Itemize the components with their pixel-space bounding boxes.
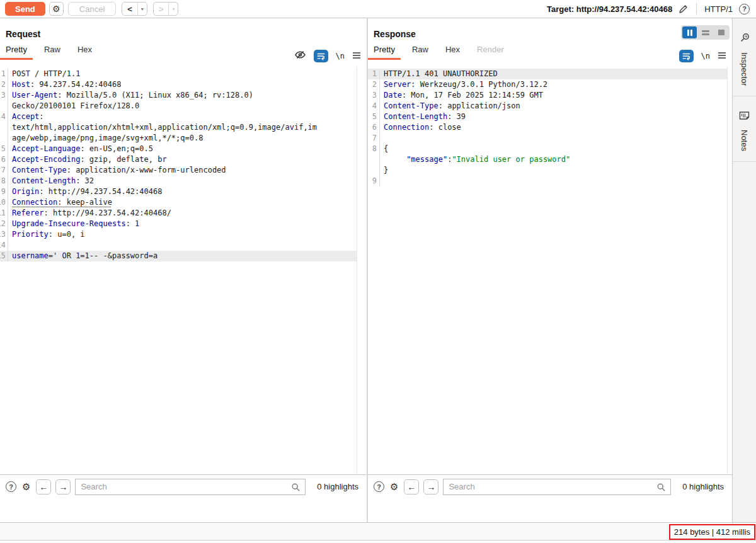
tab-render[interactable]: Render — [471, 43, 510, 60]
code-line[interactable]: 15username=' OR 1=1-- -&password=a — [0, 251, 357, 261]
sidebar-label-notes: Notes — [740, 130, 749, 151]
tab-pretty[interactable]: Pretty — [0, 43, 33, 60]
code-line[interactable]: 9Origin: http://94.237.54.42:40468 — [0, 186, 357, 197]
layout-rows-button[interactable] — [698, 26, 713, 38]
line-number: 3 — [0, 90, 8, 101]
request-header-icons: \n — [294, 50, 361, 62]
word-wrap-icon[interactable] — [679, 50, 694, 62]
request-editor[interactable]: 1POST / HTTP/1.12Host: 94.237.54.42:4046… — [0, 67, 357, 474]
code-text: POST / HTTP/1.1 — [8, 69, 357, 79]
back-dropdown-caret-icon[interactable]: ▾ — [138, 3, 147, 15]
search-prev-arrow-button[interactable]: ← — [36, 479, 51, 494]
code-line[interactable]: age/webp,image/png,image/svg+xml,*/*;q=0… — [0, 133, 357, 144]
code-line[interactable]: 6Connection: close — [368, 122, 727, 133]
code-line[interactable]: 9 — [368, 176, 727, 186]
code-text: Accept-Encoding: gzip, deflate, br — [8, 154, 357, 165]
search-magnifier-icon — [291, 483, 301, 494]
code-line[interactable]: 5Accept-Language: en-US,en;q=0.5 — [0, 144, 357, 154]
code-line[interactable]: 4Content-Type: application/json — [368, 101, 727, 111]
code-line[interactable]: 4Accept: — [0, 111, 357, 122]
code-line[interactable]: 6Accept-Encoding: gzip, deflate, br — [0, 154, 357, 165]
send-button[interactable]: Send — [5, 2, 45, 16]
search-help-icon[interactable]: ? — [6, 481, 16, 492]
tab-pretty[interactable]: Pretty — [368, 43, 401, 60]
edit-target-pencil-icon[interactable] — [678, 4, 689, 14]
tab-raw[interactable]: Raw — [38, 43, 66, 60]
code-text: User-Agent: Mozilla/5.0 (X11; Linux x86_… — [8, 90, 357, 101]
response-highlights-count: 0 highlights — [682, 482, 724, 491]
layout-single-button[interactable] — [714, 26, 728, 38]
code-text — [380, 133, 727, 144]
hide-irrelevant-eye-slash-icon[interactable] — [294, 50, 306, 62]
code-line[interactable]: 3User-Agent: Mozilla/5.0 (X11; Linux x86… — [0, 90, 357, 101]
line-number: 9 — [368, 176, 380, 186]
code-text: HTTP/1.1 401 UNAUTHORIZED — [380, 69, 727, 79]
code-text: Content-Length: 39 — [380, 111, 727, 122]
code-line[interactable]: 10Connection: keep-alive — [0, 197, 357, 208]
sidebar-tab-notes[interactable]: Notes — [733, 96, 756, 162]
response-search-input[interactable] — [444, 482, 670, 491]
code-line[interactable]: 5Content-Length: 39 — [368, 111, 727, 122]
http-version-label[interactable]: HTTP/1 — [704, 4, 733, 14]
history-back-button[interactable]: < ▾ — [122, 2, 147, 16]
code-line[interactable]: text/html,application/xhtml+xml,applicat… — [0, 122, 357, 133]
tab-hex[interactable]: Hex — [440, 43, 466, 60]
tab-raw[interactable]: Raw — [406, 43, 434, 60]
editor-menu-hamburger-icon[interactable] — [352, 50, 361, 62]
request-highlights-count: 0 highlights — [317, 482, 358, 491]
code-line[interactable]: 14 — [0, 240, 357, 251]
top-toolbar: Send ⚙ Cancel < ▾ > ▾ Target: http://94.… — [0, 0, 756, 18]
search-help-icon[interactable]: ? — [374, 481, 384, 492]
line-number: 8 — [368, 144, 380, 154]
http-version-help-icon[interactable]: ? — [739, 4, 750, 14]
line-number: 13 — [0, 229, 8, 240]
back-arrow-icon[interactable]: < — [122, 3, 137, 15]
forward-dropdown-caret-icon[interactable]: ▾ — [169, 3, 178, 15]
code-line[interactable]: 3Date: Mon, 17 Feb 2025 12:14:59 GMT — [368, 90, 727, 101]
code-line[interactable]: 7Content-Type: application/x-www-form-ur… — [0, 165, 357, 176]
cancel-button[interactable]: Cancel — [68, 2, 116, 16]
word-wrap-icon[interactable] — [314, 50, 328, 62]
request-search-input[interactable] — [76, 482, 305, 491]
response-tabs: PrettyRawHexRender — [368, 43, 732, 60]
sidebar-tab-inspector[interactable]: Inspector — [733, 18, 756, 96]
code-line[interactable]: "message":"Invalid user or password" — [368, 154, 727, 165]
line-number — [368, 154, 380, 165]
search-next-arrow-button[interactable]: → — [423, 479, 438, 494]
code-line[interactable]: 8{ — [368, 144, 727, 154]
code-line[interactable]: 8Content-Length: 32 — [0, 176, 357, 186]
code-text — [8, 240, 357, 251]
request-header: Request PrettyRawHex \n — [0, 18, 367, 67]
search-settings-gear-icon[interactable]: ⚙ — [390, 481, 398, 493]
code-line[interactable]: 1POST / HTTP/1.1 — [0, 69, 357, 79]
code-line[interactable]: 2Server: Werkzeug/3.0.1 Python/3.12.2 — [368, 79, 727, 90]
line-number: 4 — [0, 111, 8, 122]
response-search-box — [443, 479, 671, 495]
code-line[interactable]: 7 — [368, 133, 727, 144]
forward-arrow-icon[interactable]: > — [154, 3, 169, 15]
line-number: 8 — [0, 176, 8, 186]
show-newlines-icon[interactable]: \n — [701, 52, 710, 60]
code-line[interactable]: 12Upgrade-Insecure-Requests: 1 — [0, 219, 357, 229]
request-title: Request — [0, 18, 367, 39]
divider — [696, 3, 697, 14]
code-line[interactable]: 2Host: 94.237.54.42:40468 — [0, 79, 357, 90]
search-prev-arrow-button[interactable]: ← — [404, 479, 419, 494]
code-line[interactable]: 11Referer: http://94.237.54.42:40468/ — [0, 208, 357, 219]
code-line[interactable]: 13Priority: u=0, i — [0, 229, 357, 240]
line-number: 6 — [368, 122, 380, 133]
code-line[interactable]: 1HTTP/1.1 401 UNAUTHORIZED — [368, 69, 727, 79]
target-url-label: Target: http://94.237.54.42:40468 — [547, 4, 672, 14]
tab-hex[interactable]: Hex — [72, 43, 98, 60]
line-number: 1 — [368, 69, 380, 79]
send-settings-gear-icon[interactable]: ⚙ — [49, 2, 64, 16]
layout-columns-button[interactable] — [682, 26, 697, 38]
response-editor[interactable]: 1HTTP/1.1 401 UNAUTHORIZED2Server: Werkz… — [368, 67, 728, 474]
search-next-arrow-button[interactable]: → — [55, 479, 71, 494]
history-forward-button[interactable]: > ▾ — [153, 2, 179, 16]
code-line[interactable]: Gecko/20100101 Firefox/128.0 — [0, 101, 357, 111]
editor-menu-hamburger-icon[interactable] — [718, 50, 726, 62]
code-line[interactable]: } — [368, 165, 727, 176]
search-settings-gear-icon[interactable]: ⚙ — [22, 481, 30, 493]
show-newlines-icon[interactable]: \n — [336, 52, 345, 60]
